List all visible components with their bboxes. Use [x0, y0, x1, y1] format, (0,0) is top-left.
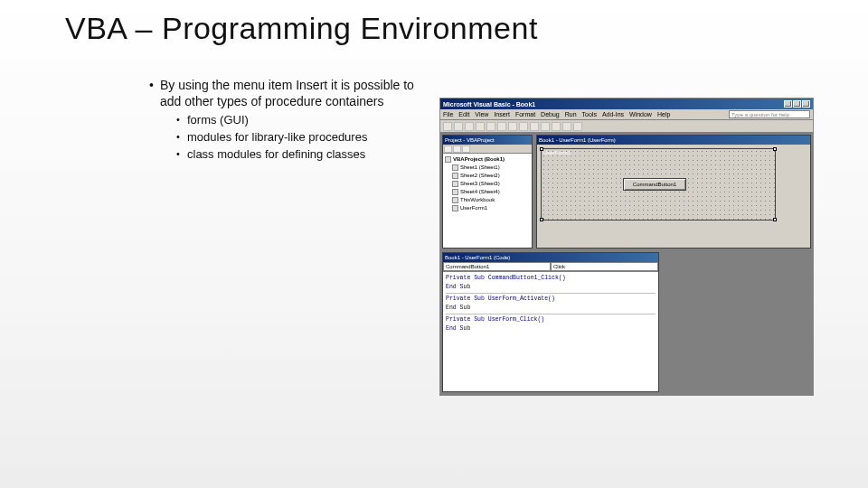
tree-item[interactable]: ThisWorkbook: [445, 196, 530, 204]
slide: VBA – Programming Environment By using t…: [0, 0, 868, 488]
designer-canvas[interactable]: UserForm1 CommandButton1: [537, 145, 810, 248]
project-icon: [445, 156, 451, 163]
menu-format[interactable]: Format: [515, 111, 535, 117]
menu-view[interactable]: View: [475, 111, 488, 117]
designer-title: Book1 - UserForm1 (UserForm): [537, 136, 810, 145]
menu-edit[interactable]: Edit: [458, 111, 469, 117]
tree-item[interactable]: Sheet4 (Sheet4): [445, 188, 530, 196]
proj-toolbar-button[interactable]: [444, 145, 452, 153]
tree-item[interactable]: Sheet1 (Sheet1): [445, 164, 530, 172]
slide-title: VBA – Programming Environment: [65, 11, 538, 46]
toolbar-button[interactable]: [562, 122, 571, 131]
project-tree[interactable]: VBAProject (Book1) Sheet1 (Sheet1) Sheet…: [443, 154, 532, 248]
toolbar-button[interactable]: [443, 122, 452, 131]
toolbar-button[interactable]: [573, 122, 582, 131]
toolbar-button[interactable]: [508, 122, 517, 131]
sheet-icon: [452, 189, 458, 195]
ide-titlebar: Microsoft Visual Basic - Book1: [440, 99, 813, 109]
bullet-top-text: By using the menu item Insert it is poss…: [160, 78, 414, 108]
form-designer-pane: Book1 - UserForm1 (UserForm) UserForm1 C…: [536, 135, 811, 249]
code-editor[interactable]: Private Sub CommandButton1_Click()End Su…: [443, 272, 658, 391]
resize-handle[interactable]: [773, 147, 777, 151]
project-explorer-pane: Project - VBAProject VBAProject (Book1) …: [442, 135, 533, 249]
commandbutton-control[interactable]: CommandButton1: [623, 178, 686, 191]
maximize-button[interactable]: [793, 100, 801, 108]
toolbar-button[interactable]: [465, 122, 474, 131]
toolbar-button[interactable]: [476, 122, 485, 131]
toolbar-button[interactable]: [541, 122, 550, 131]
menu-insert[interactable]: Insert: [494, 111, 510, 117]
menu-addins[interactable]: Add-Ins: [602, 111, 624, 117]
ide-toolbar: [440, 120, 813, 133]
menu-file[interactable]: File: [443, 111, 453, 117]
resize-handle[interactable]: [773, 218, 777, 221]
form-icon: [452, 205, 458, 211]
vba-ide-window: Microsoft Visual Basic - Book1 File Edit…: [439, 98, 814, 396]
toolbar-button[interactable]: [486, 122, 495, 131]
ide-title: Microsoft Visual Basic - Book1: [443, 101, 535, 108]
tree-item[interactable]: UserForm1: [445, 204, 530, 212]
userform[interactable]: UserForm1 CommandButton1: [541, 148, 776, 221]
toolbar-button[interactable]: [530, 122, 539, 131]
object-combo[interactable]: CommandButton1: [443, 262, 551, 271]
proj-toolbar-button[interactable]: [453, 145, 461, 153]
code-window-title: Book1 - UserForm1 (Code): [443, 253, 658, 262]
menu-debug[interactable]: Debug: [541, 111, 560, 117]
bullet-top: By using the menu item Insert it is poss…: [149, 78, 420, 163]
sheet-icon: [452, 181, 458, 187]
tree-item[interactable]: Sheet3 (Sheet3): [445, 180, 530, 188]
menu-help[interactable]: Help: [657, 111, 670, 117]
ide-menubar: File Edit View Insert Format Debug Run T…: [440, 109, 813, 120]
close-button[interactable]: [802, 100, 810, 108]
resize-handle[interactable]: [540, 218, 543, 221]
code-window: Book1 - UserForm1 (Code) CommandButton1 …: [442, 252, 659, 392]
help-search-input[interactable]: Type a question for help: [729, 110, 810, 118]
proj-toolbar-button[interactable]: [462, 145, 470, 153]
project-explorer-title: Project - VBAProject: [443, 136, 532, 145]
menu-window[interactable]: Window: [629, 111, 652, 117]
slide-body-text: By using the menu item Insert it is poss…: [149, 78, 420, 168]
tree-item[interactable]: Sheet2 (Sheet2): [445, 172, 530, 180]
project-explorer-toolbar: [443, 145, 532, 154]
menu-run[interactable]: Run: [565, 111, 577, 117]
sheet-icon: [452, 173, 458, 179]
toolbar-button[interactable]: [552, 122, 561, 131]
tree-root[interactable]: VBAProject (Book1): [445, 155, 530, 164]
ide-client-area: Project - VBAProject VBAProject (Book1) …: [440, 133, 813, 395]
toolbar-button[interactable]: [519, 122, 528, 131]
resize-handle[interactable]: [540, 147, 543, 151]
procedure-combo[interactable]: Click: [551, 262, 658, 271]
workbook-icon: [452, 197, 458, 203]
userform-caption: UserForm1: [542, 149, 775, 157]
toolbar-button[interactable]: [454, 122, 463, 131]
sub-bullet: modules for library-like procedures: [176, 130, 420, 145]
toolbar-button[interactable]: [497, 122, 506, 131]
sheet-icon: [452, 164, 458, 171]
sub-bullet: forms (GUI): [176, 113, 420, 128]
minimize-button[interactable]: [784, 100, 792, 108]
menu-tools[interactable]: Tools: [582, 111, 597, 117]
sub-bullet: class modules for defining classes: [176, 147, 420, 163]
